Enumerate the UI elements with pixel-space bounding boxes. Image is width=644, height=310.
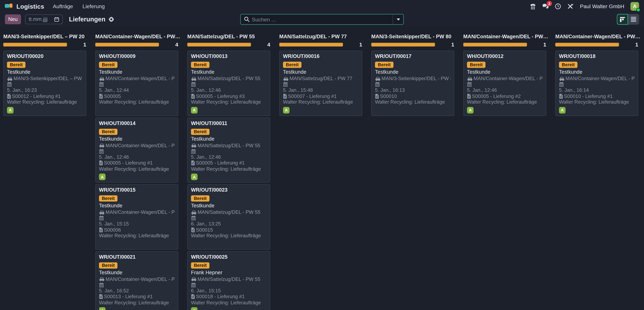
origin-label: Walter Recycling: Lieferaufträge (191, 233, 267, 239)
kanban-card[interactable]: WR/OUT/00021 Bereit Testkunde MAN/Contai… (95, 251, 178, 310)
source-document-line: S00005 - Lieferung #3 (191, 93, 267, 99)
status-badge-row: Bereit (191, 127, 267, 135)
assignee-avatar[interactable]: A (559, 107, 566, 113)
user-avatar[interactable]: A (630, 2, 639, 11)
calendar-icon (99, 82, 104, 87)
phone-icon[interactable] (530, 3, 536, 9)
customer-name: Testkunde (191, 203, 267, 209)
vehicle-label: MAN/Sattelzug/DEL - PW 55 (198, 209, 260, 215)
scheduled-datetime: 5. Jan., 16:13 (375, 87, 450, 93)
column-record-count: 4 (267, 41, 270, 48)
assignee-avatar[interactable]: A (467, 107, 474, 113)
column-title[interactable]: MAN/Container-Wagen/DEL - PW… (555, 34, 638, 40)
kanban-card[interactable]: WR/OUT/00025 Bereit Frank Hepner MAN/Sat… (187, 251, 270, 310)
kanban-card[interactable]: WR/OUT/00023 Bereit Testkunde MAN/Sattel… (187, 184, 270, 249)
vehicle-line: MAN/Container-Wagen/DEL - PW 40 (99, 276, 175, 282)
car-icon (375, 76, 381, 81)
kanban-view-button[interactable] (617, 14, 628, 25)
column-title[interactable]: MAN/Sattelzug/DEL - PW 77 (279, 34, 362, 40)
column-cards: WR/OUT/00017 Bereit Testkunde MAN/3-Seit… (371, 51, 454, 116)
column-title[interactable]: MAN/Container-Wagen/DEL - PW… (463, 34, 546, 40)
page-title: Lieferungen (69, 16, 106, 23)
gear-icon[interactable] (108, 16, 114, 22)
app-name[interactable]: Logistics (16, 3, 44, 10)
kanban-card[interactable]: WR/OUT/00020 Bereit Testkunde MAN/3-Seit… (3, 51, 86, 116)
kanban-card[interactable]: WR/OUT/00015 Bereit Testkunde MAN/Contai… (95, 184, 178, 249)
calendar-row (191, 82, 267, 87)
source-document-label: S00010 - Lieferung #1 (564, 93, 613, 99)
origin-label: Walter Recycling: Lieferaufträge (375, 99, 450, 105)
tools-icon[interactable] (567, 3, 574, 9)
customer-name: Testkunde (99, 136, 175, 142)
vehicle-line: MAN/Container-Wagen/DEL - PW 99 (559, 76, 634, 82)
progress-bar-ready[interactable] (371, 43, 435, 46)
navbar-left: Logistics Aufträge Lieferung (4, 3, 105, 10)
company-name[interactable]: Paul Walter GmbH (580, 3, 624, 9)
scheduled-datetime: 5. Jan., 12:46 (191, 87, 267, 93)
vehicle-line: MAN/Sattelzug/DEL - PW 77 (283, 76, 359, 82)
source-document-line: S00005 (99, 93, 175, 99)
search-bar[interactable] (240, 14, 404, 25)
document-icon (559, 94, 563, 99)
assignee-avatar[interactable]: A (191, 107, 198, 113)
delivery-reference: WR/OUT/00025 (191, 254, 267, 260)
calendar-icon (375, 82, 380, 87)
customer-name: Testkunde (467, 69, 542, 75)
source-document-label: S00010 (380, 93, 397, 99)
document-icon (191, 161, 195, 165)
kanban-card[interactable]: WR/OUT/00018 Bereit Testkunde MAN/Contai… (555, 51, 638, 116)
kanban-card[interactable]: WH/OUT/00013 Bereit Testkunde MAN/Sattel… (187, 51, 270, 116)
source-document-label: S00005 - Lieferung #2 (472, 93, 520, 99)
progress-bar-ready[interactable] (3, 43, 67, 46)
vehicle-line: MAN/Sattelzug/DEL - PW 55 (191, 209, 267, 215)
assignee-avatar[interactable]: A (99, 307, 106, 310)
progress-bar-ready[interactable] (279, 43, 343, 46)
assignee-avatar[interactable]: A (99, 174, 106, 180)
vehicle-line: MAN/3-Seitenkipper/DEL - PW 80 (375, 76, 450, 82)
status-badge-row: Bereit (375, 60, 450, 68)
car-icon (191, 277, 197, 281)
assignee-avatar[interactable]: A (283, 107, 290, 113)
user-avatar-letter: A (633, 3, 636, 9)
assignee-avatar[interactable]: A (191, 307, 198, 310)
column-title[interactable]: MAN/Container-Wagen/DEL - PW… (95, 34, 178, 40)
column-title[interactable]: MAN/Sattelzug/DEL - PW 55 (187, 34, 270, 40)
progress-bar-ready[interactable] (555, 43, 619, 46)
kanban-card[interactable]: WH/OUT/00012 Bereit Testkunde MAN/Contai… (463, 51, 546, 116)
assignee-avatar[interactable]: A (7, 107, 14, 113)
status-badge: Bereit (559, 62, 578, 68)
column-title[interactable]: MAN/3-Seitenkipper/DEL – PW 20 (3, 34, 86, 40)
progress-bar-ready[interactable] (187, 43, 251, 46)
document-icon (99, 161, 103, 165)
kanban-card[interactable]: WH/OUT/00009 Bereit Testkunde MAN/Contai… (95, 51, 178, 116)
logistics-truck-logo-icon[interactable] (4, 3, 14, 10)
progress-bar-ready[interactable] (95, 43, 159, 46)
progress-bar-ready[interactable] (463, 43, 527, 46)
document-icon (283, 94, 287, 99)
status-badge: Bereit (99, 128, 118, 135)
assignee-avatar[interactable]: A (191, 174, 198, 180)
card-footer (191, 240, 267, 247)
origin-label: Walter Recycling: Lieferaufträge (191, 99, 267, 105)
search-input[interactable] (252, 14, 392, 24)
origin-label: Walter Recycling: Lieferaufträge (191, 166, 267, 172)
calendar-icon (283, 82, 288, 87)
calendar-icon (99, 282, 104, 287)
status-badge: Bereit (99, 262, 118, 268)
kanban-card[interactable]: WR/OUT/00017 Bereit Testkunde MAN/3-Seit… (371, 51, 454, 116)
kanban-card[interactable]: WH/OUT/00011 Bereit Testkunde MAN/Sattel… (187, 117, 270, 183)
column-title[interactable]: MAN/3-Seitenkipper/DEL - PW 80 (371, 34, 454, 40)
new-button[interactable]: Neu (5, 14, 21, 24)
kanban-card[interactable]: WR/OUT/00016 Bereit Testkunde MAN/Sattel… (279, 51, 362, 116)
date-filter-input[interactable]: tt.mm.jjjj (25, 14, 63, 24)
menu-lieferung[interactable]: Lieferung (82, 3, 105, 9)
activity-clock-icon[interactable] (555, 3, 561, 9)
search-dropdown-caret[interactable] (393, 14, 403, 24)
messages-icon[interactable]: 2 (542, 3, 549, 9)
calendar-icon (559, 82, 564, 87)
kanban-card[interactable]: WH/OUT/00014 Bereit Testkunde MAN/Contai… (95, 117, 178, 183)
status-badge-row: Bereit (191, 194, 267, 202)
menu-auftraege[interactable]: Aufträge (53, 3, 73, 9)
calendar-row (99, 215, 175, 221)
list-view-button[interactable] (628, 14, 639, 25)
